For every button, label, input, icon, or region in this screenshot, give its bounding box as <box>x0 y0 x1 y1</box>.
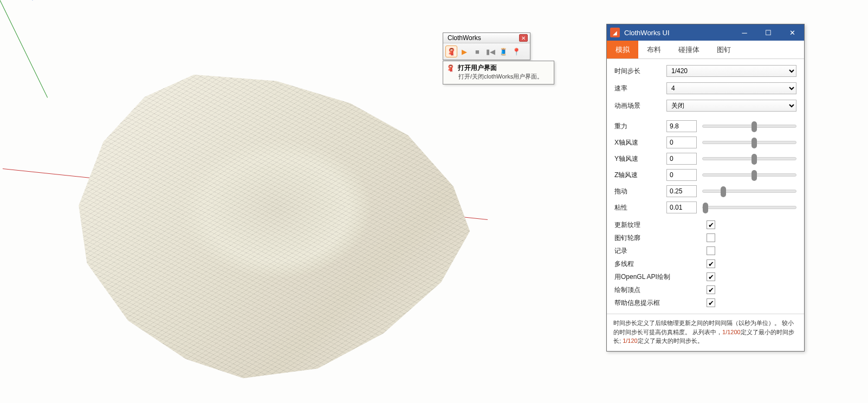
row-timestep: 时间步长 1/420 <box>614 64 796 77</box>
play-button[interactable]: ▶ <box>458 46 470 57</box>
input-drag[interactable] <box>666 185 697 197</box>
open-ui-button[interactable]: 🧣 <box>445 46 457 57</box>
close-icon[interactable]: ✕ <box>519 34 528 42</box>
tooltip-subtitle: 打开/关闭clothWorks用户界面。 <box>458 73 550 81</box>
select-timestep[interactable]: 1/420 <box>666 65 796 77</box>
slider-gravity[interactable] <box>702 125 796 128</box>
label-gravity: 重力 <box>614 122 666 131</box>
checkbox-openglDraw[interactable] <box>707 272 715 281</box>
label-xwind: X轴风速 <box>614 138 666 147</box>
slider-drag[interactable] <box>702 190 796 193</box>
label-drag: 拖动 <box>614 187 666 196</box>
axis-green <box>0 0 48 98</box>
panel-body: 时间步长 1/420 速率 4 动画场景 关闭 重力X轴风速Y轴风速Z轴风速拖动… <box>607 59 804 314</box>
stop-button[interactable]: ■ <box>471 46 483 57</box>
clothworks-toolbar: ClothWorks ✕ 🧣▶■▮◀🧵📍 <box>443 32 530 60</box>
label-pinOutline: 图钉轮廓 <box>614 233 707 243</box>
input-viscosity[interactable] <box>666 202 697 213</box>
tab-布料[interactable]: 布料 <box>638 41 670 58</box>
row-xwind: X轴风速 <box>614 136 796 149</box>
cloth-tool-button[interactable]: 🧵 <box>497 46 509 57</box>
label-animscene: 动画场景 <box>614 101 666 110</box>
label-drawVertices: 绘制顶点 <box>614 285 707 295</box>
label-ywind: Y轴风速 <box>614 154 666 164</box>
label-viscosity: 粘性 <box>614 203 666 212</box>
label-multithread: 多线程 <box>614 259 707 269</box>
row-drag: 拖动 <box>614 185 796 198</box>
panel-title: ClothWorks UI <box>624 29 670 37</box>
checkbox-pinOutline[interactable] <box>707 233 715 242</box>
step-back-button[interactable]: ▮◀ <box>484 46 496 57</box>
tooltip-title: 打开用户界面 <box>458 63 497 73</box>
checkbox-helpTooltip[interactable] <box>707 298 715 307</box>
row-rate: 速率 4 <box>614 82 796 95</box>
panel-titlebar[interactable]: ◢ ClothWorks UI ─ ☐ ✕ <box>607 24 804 41</box>
row-ywind: Y轴风速 <box>614 152 796 165</box>
row-zwind: Z轴风速 <box>614 168 796 181</box>
checkbox-updateTexture[interactable] <box>707 220 715 229</box>
cloth-mesh[interactable] <box>70 65 482 385</box>
input-gravity[interactable] <box>666 120 697 132</box>
clothworks-ui-panel: ◢ ClothWorks UI ─ ☐ ✕ 模拟布料碰撞体图钉 时间步长 1/4… <box>606 24 805 352</box>
tab-碰撞体[interactable]: 碰撞体 <box>670 41 708 58</box>
slider-ywind[interactable] <box>702 157 796 160</box>
select-rate[interactable]: 4 <box>666 82 796 94</box>
label-timestep: 时间步长 <box>614 67 666 76</box>
row-updateTexture: 更新纹理 <box>614 218 796 231</box>
minimize-button[interactable]: ─ <box>733 24 756 41</box>
checkbox-multithread[interactable] <box>707 259 715 268</box>
label-record: 记录 <box>614 246 707 256</box>
cloth-icon: 🧣 <box>446 64 455 72</box>
app-icon: ◢ <box>610 28 620 37</box>
toolbar-title-text: ClothWorks <box>448 34 481 42</box>
row-helpTooltip: 帮助信息提示框 <box>614 296 796 309</box>
tab-图钉[interactable]: 图钉 <box>708 41 740 58</box>
input-ywind[interactable] <box>666 153 697 165</box>
tooltip: 🧣 打开用户界面 打开/关闭clothWorks用户界面。 <box>443 61 554 84</box>
label-openglDraw: 用OpenGL API绘制 <box>614 272 707 282</box>
row-drawVertices: 绘制顶点 <box>614 283 796 296</box>
help-footer: 时间步长定义了后续物理更新之间的时间间隔（以秒为单位）。 较小的时间步长可提高仿… <box>607 314 804 351</box>
row-openglDraw: 用OpenGL API绘制 <box>614 270 796 283</box>
toolbar-titlebar[interactable]: ClothWorks ✕ <box>443 33 530 43</box>
maximize-button[interactable]: ☐ <box>756 24 780 41</box>
row-gravity: 重力 <box>614 120 796 133</box>
checkbox-record[interactable] <box>707 246 715 255</box>
row-viscosity: 粘性 <box>614 201 796 214</box>
row-pinOutline: 图钉轮廓 <box>614 231 796 244</box>
close-button[interactable]: ✕ <box>780 24 804 41</box>
toolbar-button-row: 🧣▶■▮◀🧵📍 <box>443 43 530 60</box>
slider-xwind[interactable] <box>702 141 796 144</box>
slider-viscosity[interactable] <box>702 206 796 209</box>
select-animscene[interactable]: 关闭 <box>666 100 796 112</box>
row-record: 记录 <box>614 244 796 257</box>
label-helpTooltip: 帮助信息提示框 <box>614 298 707 308</box>
tab-bar: 模拟布料碰撞体图钉 <box>607 41 804 59</box>
checkbox-drawVertices[interactable] <box>707 285 715 294</box>
label-rate: 速率 <box>614 84 666 93</box>
input-zwind[interactable] <box>666 169 697 181</box>
row-animscene: 动画场景 关闭 <box>614 99 796 112</box>
tab-模拟[interactable]: 模拟 <box>607 41 638 58</box>
input-xwind[interactable] <box>666 136 697 148</box>
pin-tool-button[interactable]: 📍 <box>510 46 522 57</box>
slider-zwind[interactable] <box>702 173 796 177</box>
axis-blue <box>30 0 33 1</box>
row-multithread: 多线程 <box>614 257 796 270</box>
label-updateTexture: 更新纹理 <box>614 220 707 230</box>
label-zwind: Z轴风速 <box>614 171 666 180</box>
